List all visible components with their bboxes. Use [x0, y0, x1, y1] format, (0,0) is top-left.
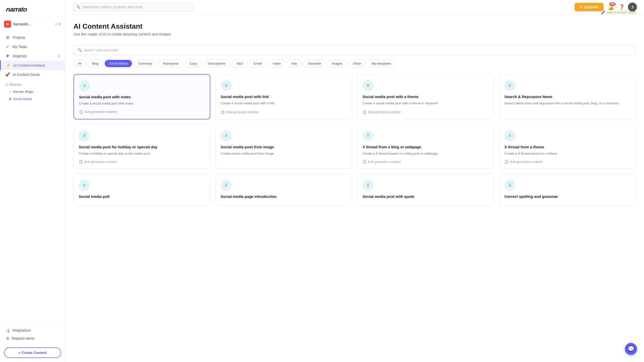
- card-x-thread-theme[interactable]: # X thread from a theme Create a X threa…: [499, 124, 636, 169]
- card-icon-social-media-theme: #: [363, 80, 374, 91]
- notifications-button[interactable]: 🔔 380: [607, 3, 616, 12]
- sidebar-bottom: ⚓ Integrations 🖥 Request demo: [0, 323, 65, 345]
- sidebar-item-ai-content-genie[interactable]: 🚀 AI Content Genie: [0, 70, 65, 79]
- filter-pill-my-templates[interactable]: My templates: [367, 60, 395, 67]
- bottom-item-integrations[interactable]: ⚓ Integrations: [4, 326, 61, 334]
- recent-item-social-media[interactable]: Social Media: [0, 95, 65, 103]
- card-social-media-page-intro[interactable]: # Social media page introduction: [215, 174, 352, 206]
- bulk-icon: 📋: [504, 160, 508, 164]
- card-icon-search-repurpose-news: #: [504, 80, 515, 91]
- card-x-thread-blog[interactable]: # X thread from a blog or webpage Create…: [357, 124, 494, 169]
- sidebar-item-projects[interactable]: ⊞ Projects: [0, 33, 65, 42]
- bulk-icon: 📋: [363, 160, 367, 164]
- usecase-search[interactable]: 🔍 Search your use case: [73, 45, 636, 55]
- card-search-repurpose-news[interactable]: # Search & Repurpose News Search latest …: [499, 74, 636, 119]
- bulk-icon: 📋: [363, 110, 367, 114]
- card-title-social-media-quote: Social media post with quote: [363, 194, 489, 199]
- sidebar-item-label: Organize: [13, 54, 27, 58]
- sidebar-item-ai-content-assistant[interactable]: ⚡ AI Content Assistant: [0, 61, 65, 70]
- search-placeholder: Search for content, projects, and more: [83, 5, 142, 9]
- card-title-social-media-poll: Social media poll: [79, 194, 205, 199]
- recent-item-narrato-blogs[interactable]: Narrato Blogs: [0, 88, 65, 95]
- filter-pill-seo[interactable]: SEO: [232, 60, 247, 67]
- card-social-media-poll[interactable]: # Social media poll: [73, 174, 210, 206]
- bulk-label: Bulk generation enabled: [510, 160, 542, 164]
- card-social-media-link[interactable]: # Social media post with link Create a s…: [215, 74, 352, 119]
- bottom-item-label: Integrations: [12, 328, 31, 332]
- recents-section: ◷ Recents Narrato Blogs Social Media: [0, 79, 65, 105]
- filter-pill-social-media[interactable]: Social Media: [105, 60, 132, 67]
- workspace-selector[interactable]: N NarratoM... ▾ ⚙: [0, 18, 65, 31]
- settings-icon[interactable]: ⚙: [58, 22, 61, 26]
- page-header-left: AI Content Assistant Use the magic of AI…: [73, 22, 171, 43]
- filter-pill-descriptions[interactable]: Descriptions: [204, 60, 230, 67]
- bottom-item-request-demo[interactable]: 🖥 Request demo: [4, 334, 61, 342]
- global-search[interactable]: 🔍 Search for content, projects, and more: [72, 3, 193, 11]
- filter-pill-copy[interactable]: Copy: [185, 60, 201, 67]
- sidebar: narrato N NarratoM... ▾ ⚙ ⊞ Projects ✓ M…: [0, 0, 65, 362]
- sidebar-item-label: AI Content Assistant: [13, 63, 45, 67]
- recent-dot: [9, 91, 11, 93]
- ai-content-genie-icon: 🚀: [5, 72, 10, 77]
- bulk-label: Bulk generation enabled: [368, 160, 400, 164]
- card-desc-social-media-from-image: Create social media post from image: [221, 151, 347, 164]
- filter-pill-images[interactable]: Images: [327, 60, 347, 67]
- main-nav: ⊞ Projects ✓ My Tasks ❖ Organize ▶ ⚡ AI …: [0, 31, 65, 323]
- upgrade-button[interactable]: ✦ Upgrade: [575, 3, 603, 11]
- page-content: AI Content Assistant Use the magic of AI…: [65, 14, 644, 214]
- add-brand-voice-button[interactable]: 🎤 Add a Brand Voice: [601, 10, 636, 14]
- filter-pill-other[interactable]: Other: [349, 60, 366, 67]
- clock-icon: ◷: [5, 83, 8, 86]
- bottom-item-label: Request demo: [12, 336, 34, 340]
- filter-pill-all[interactable]: All: [73, 60, 86, 67]
- card-desc-social-media-holiday: Create a holiday or special day social m…: [79, 151, 205, 156]
- card-title-social-media-page-intro: Social media page introduction: [221, 194, 347, 199]
- card-title-social-media-theme: Social media post with a theme: [363, 95, 489, 99]
- card-icon-social-media-page-intro: #: [221, 180, 232, 191]
- help-button[interactable]: ❓: [619, 4, 625, 10]
- sidebar-item-organize[interactable]: ❖ Organize ▶: [0, 51, 65, 61]
- card-social-media-quote[interactable]: # Social media post with quote: [357, 174, 494, 206]
- filter-pill-translate[interactable]: Translate: [303, 60, 325, 67]
- card-icon-x-thread-blog: #: [363, 130, 374, 141]
- bulk-label: Bulk generation enabled: [84, 160, 117, 164]
- recent-item-label: Narrato Blogs: [13, 90, 33, 94]
- sidebar-item-label: Projects: [13, 35, 25, 39]
- filter-pill-blog[interactable]: Blog: [88, 60, 103, 67]
- workspace-name: NarratoM...: [13, 22, 53, 26]
- card-social-media-holiday[interactable]: # Social media post for holiday or speci…: [73, 124, 210, 169]
- create-content-button[interactable]: + Create Content: [4, 347, 61, 358]
- card-icon-social-media-notes: #: [79, 80, 90, 91]
- filter-pill-email[interactable]: Email: [250, 60, 266, 67]
- card-title-social-media-holiday: Social media post for holiday or special…: [79, 145, 205, 149]
- bulk-icon: 📋: [221, 110, 225, 114]
- card-social-media-from-image[interactable]: # Social media post from image Create so…: [215, 124, 352, 169]
- filter-pill-repurpose[interactable]: Repurpose: [159, 60, 183, 67]
- card-title-x-thread-theme: X thread from a theme: [504, 145, 631, 149]
- card-bulk-x-thread-blog: 📋 Bulk generation enabled: [363, 160, 489, 164]
- main-content: 🔍 Search for content, projects, and more…: [65, 0, 644, 362]
- card-title-social-media-notes: Social media post with notes: [79, 95, 205, 99]
- card-social-media-theme[interactable]: # Social media post with a theme Create …: [357, 74, 494, 119]
- topbar: 🔍 Search for content, projects, and more…: [65, 0, 644, 14]
- page-title: AI Content Assistant: [73, 22, 171, 30]
- filter-pill-summary[interactable]: Summary: [134, 60, 157, 67]
- card-social-media-notes[interactable]: # Social media post with notes Create a …: [73, 74, 210, 119]
- sidebar-item-label: AI Content Genie: [13, 73, 39, 77]
- card-title-social-media-link: Social media post with link: [221, 95, 347, 99]
- card-bulk-social-media-notes: 📋 Bulk generation enabled: [79, 110, 205, 114]
- card-desc-social-media-theme: Create a social media post with a theme …: [363, 101, 489, 106]
- workspace-avatar: N: [4, 21, 11, 28]
- chevron-down-icon[interactable]: ▾: [55, 22, 57, 26]
- filter-pill-video[interactable]: Video: [268, 60, 285, 67]
- projects-icon: ⊞: [5, 35, 10, 40]
- sidebar-item-label: My Tasks: [13, 45, 27, 49]
- recent-dot: [9, 98, 11, 100]
- card-title-search-repurpose-news: Search & Repurpose News: [504, 95, 631, 99]
- filter-pill-ads[interactable]: Ads: [287, 60, 301, 67]
- search-icon-small: 🔍: [78, 48, 82, 52]
- card-correct-spelling[interactable]: # Correct spelling and grammar: [499, 174, 636, 206]
- chat-icon: 💬: [628, 346, 634, 352]
- chat-bubble-button[interactable]: 💬: [625, 343, 637, 355]
- sidebar-item-my-tasks[interactable]: ✓ My Tasks: [0, 42, 65, 51]
